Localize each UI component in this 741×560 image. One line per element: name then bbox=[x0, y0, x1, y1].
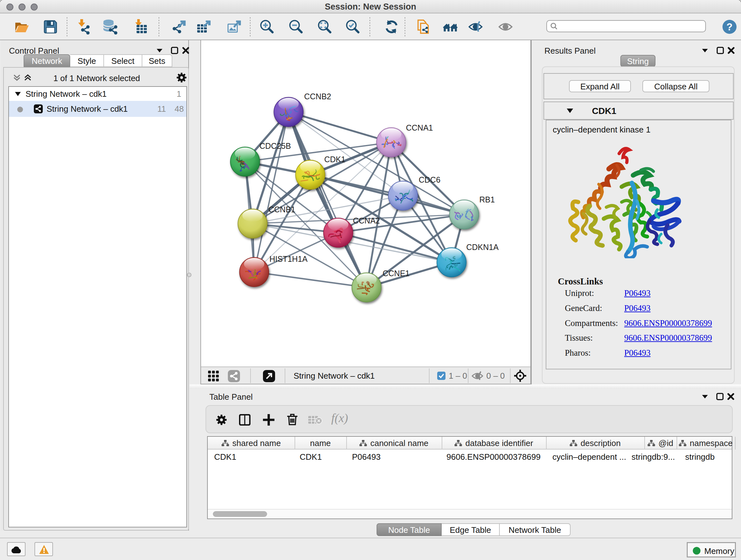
svg-text:CCNE1: CCNE1 bbox=[383, 269, 410, 278]
svg-text:CDK1: CDK1 bbox=[324, 155, 346, 164]
svg-text:CDKN1A: CDKN1A bbox=[466, 243, 499, 252]
svg-text:CCNB1: CCNB1 bbox=[268, 205, 295, 214]
svg-text:RB1: RB1 bbox=[479, 195, 495, 204]
svg-text:CDC6: CDC6 bbox=[419, 175, 441, 184]
svg-text:CCNA2: CCNA2 bbox=[353, 216, 380, 225]
svg-text:CCNB2: CCNB2 bbox=[304, 92, 331, 101]
svg-text:?: ? bbox=[727, 21, 733, 33]
svg-text:CDC25B: CDC25B bbox=[259, 141, 291, 150]
svg-text:CCNA1: CCNA1 bbox=[406, 123, 433, 132]
svg-text:HIST1H1A: HIST1H1A bbox=[269, 254, 308, 263]
